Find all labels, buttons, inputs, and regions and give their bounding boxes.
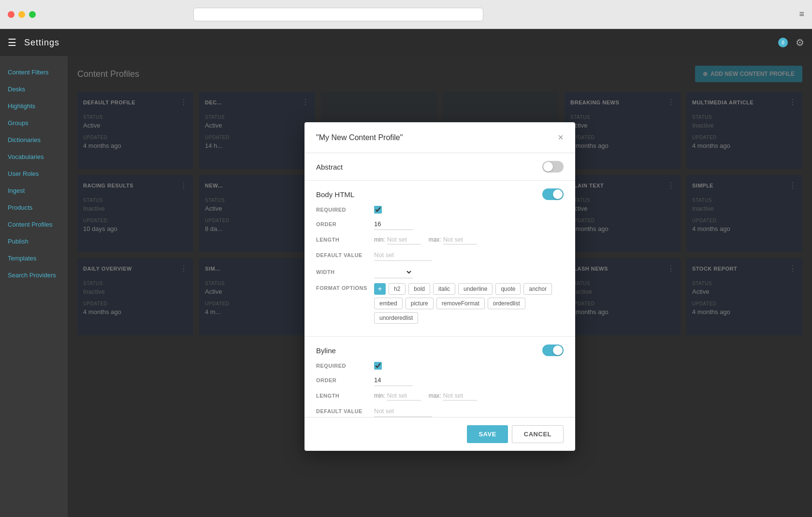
sidebar: Content Filters Desks Highlights Groups … bbox=[0, 56, 68, 517]
byline-length-field-row: LENGTH min: max: bbox=[316, 391, 564, 401]
format-bold[interactable]: bold bbox=[408, 283, 430, 295]
byline-max-label: max: bbox=[429, 392, 441, 399]
toggle-knob bbox=[553, 189, 563, 199]
byline-default-value-label: DEFAULT VALUE bbox=[316, 408, 374, 414]
modal-title: "My New Content Profile" bbox=[316, 133, 403, 142]
notification-badge[interactable]: 8 bbox=[778, 38, 788, 47]
required-field-row: REQUIRED bbox=[316, 206, 564, 214]
format-options-label: FORMAT OPTIONS bbox=[316, 283, 374, 291]
min-length-part: min: bbox=[374, 235, 421, 244]
sidebar-item-vocabularies[interactable]: Vocabularies bbox=[0, 148, 68, 165]
byline-default-value-input[interactable] bbox=[374, 405, 432, 417]
close-button[interactable] bbox=[8, 11, 14, 18]
format-add-button[interactable]: + bbox=[374, 283, 386, 295]
byline-required-label: REQUIRED bbox=[316, 363, 374, 369]
content-area: Content Profiles ⊕ ADD NEW CONTENT PROFI… bbox=[68, 56, 812, 517]
body-html-toggle[interactable] bbox=[542, 188, 564, 200]
abstract-section-title: Abstract bbox=[316, 163, 343, 171]
byline-min-length-input[interactable] bbox=[387, 391, 421, 401]
main-area: Content Filters Desks Highlights Groups … bbox=[0, 56, 812, 517]
format-quote[interactable]: quote bbox=[495, 283, 521, 295]
format-remove-format[interactable]: removeFormat bbox=[436, 298, 485, 309]
byline-length-group: min: max: bbox=[374, 391, 477, 401]
width-select[interactable]: Quarter Half Full bbox=[374, 266, 413, 278]
length-field-row: LENGTH min: max: bbox=[316, 235, 564, 244]
order-label: ORDER bbox=[316, 221, 374, 227]
default-value-input[interactable] bbox=[374, 249, 432, 261]
required-checkbox[interactable] bbox=[374, 206, 382, 214]
app-container: ☰ Settings 8 ⚙ Content Filters Desks Hig… bbox=[0, 29, 812, 517]
byline-section: Byline REQUIRED bbox=[304, 337, 575, 417]
width-field-row: WIDTH Quarter Half Full bbox=[316, 266, 564, 278]
byline-section-header: Byline bbox=[316, 345, 564, 356]
sidebar-item-products[interactable]: Products bbox=[0, 199, 68, 216]
required-label: REQUIRED bbox=[316, 207, 374, 213]
default-value-label: DEFAULT VALUE bbox=[316, 252, 374, 258]
sidebar-item-search-providers[interactable]: Search Providers bbox=[0, 267, 68, 284]
format-h2[interactable]: h2 bbox=[389, 283, 406, 295]
byline-order-field-row: ORDER bbox=[316, 374, 564, 386]
max-length-part: max: bbox=[429, 235, 477, 244]
byline-section-title: Byline bbox=[316, 346, 336, 355]
length-label: LENGTH bbox=[316, 237, 374, 243]
sidebar-item-content-profiles[interactable]: Content Profiles bbox=[0, 216, 68, 233]
body-html-section-header: Body HTML bbox=[316, 188, 564, 200]
order-field-row: ORDER bbox=[316, 218, 564, 230]
byline-order-label: ORDER bbox=[316, 377, 374, 383]
modal-close-button[interactable]: × bbox=[558, 132, 564, 143]
format-italic[interactable]: italic bbox=[433, 283, 455, 295]
max-label: max: bbox=[429, 236, 441, 243]
min-length-input[interactable] bbox=[387, 235, 421, 244]
byline-required-checkbox[interactable] bbox=[374, 362, 382, 370]
byline-toggle[interactable] bbox=[542, 345, 564, 356]
modal-body: Abstract Body HTML bbox=[304, 153, 575, 417]
body-html-section-title: Body HTML bbox=[316, 190, 354, 199]
minimize-button[interactable] bbox=[18, 11, 25, 18]
byline-length-label: LENGTH bbox=[316, 393, 374, 399]
sidebar-item-dictionaries[interactable]: Dictionaries bbox=[0, 131, 68, 148]
cancel-button[interactable]: CANCEL bbox=[512, 425, 564, 443]
format-picture[interactable]: picture bbox=[406, 298, 434, 309]
format-underline[interactable]: underline bbox=[458, 283, 493, 295]
format-unordered-list[interactable]: unorderedlist bbox=[374, 312, 418, 324]
sidebar-item-user-roles[interactable]: User Roles bbox=[0, 165, 68, 182]
abstract-toggle[interactable] bbox=[542, 161, 564, 172]
hamburger-menu[interactable]: ☰ bbox=[8, 37, 16, 48]
byline-max-length-part: max: bbox=[429, 391, 477, 401]
fullscreen-button[interactable] bbox=[29, 11, 36, 18]
byline-min-length-part: min: bbox=[374, 391, 421, 401]
format-embed[interactable]: embed bbox=[374, 298, 403, 309]
max-length-input[interactable] bbox=[443, 235, 477, 244]
abstract-section-header: Abstract bbox=[316, 161, 564, 172]
min-label: min: bbox=[374, 236, 385, 243]
sidebar-item-templates[interactable]: Templates bbox=[0, 250, 68, 267]
byline-min-label: min: bbox=[374, 392, 385, 399]
order-input[interactable] bbox=[374, 218, 413, 230]
save-button[interactable]: SAVE bbox=[467, 425, 508, 443]
abstract-section: Abstract bbox=[304, 153, 575, 181]
byline-default-value-field-row: DEFAULT VALUE bbox=[316, 405, 564, 417]
byline-max-length-input[interactable] bbox=[443, 391, 477, 401]
app-title: Settings bbox=[24, 38, 59, 48]
sidebar-item-ingest[interactable]: Ingest bbox=[0, 182, 68, 199]
sidebar-item-publish[interactable]: Publish bbox=[0, 233, 68, 250]
byline-order-input[interactable] bbox=[374, 374, 413, 386]
format-ordered-list[interactable]: orderedlist bbox=[488, 298, 525, 309]
modal-header: "My New Content Profile" × bbox=[304, 122, 575, 153]
topnav-right: 8 ⚙ bbox=[778, 37, 804, 48]
body-html-section: Body HTML REQUIRED bbox=[304, 181, 575, 337]
sidebar-item-content-filters[interactable]: Content Filters bbox=[0, 64, 68, 81]
sidebar-item-highlights[interactable]: Highlights bbox=[0, 98, 68, 115]
toggle-knob bbox=[553, 345, 563, 355]
modal-dialog: "My New Content Profile" × Abstract bbox=[304, 122, 575, 451]
format-anchor[interactable]: anchor bbox=[523, 283, 552, 295]
settings-icon[interactable]: ⚙ bbox=[796, 37, 804, 48]
toggle-knob bbox=[543, 162, 553, 172]
sidebar-item-desks[interactable]: Desks bbox=[0, 81, 68, 98]
sidebar-item-groups[interactable]: Groups bbox=[0, 115, 68, 131]
mac-window-chrome: ≡ bbox=[0, 0, 812, 29]
top-navigation: ☰ Settings 8 ⚙ bbox=[0, 29, 812, 56]
address-bar[interactable] bbox=[193, 8, 483, 21]
mac-menu-icon[interactable]: ≡ bbox=[799, 9, 804, 19]
format-options-group: + h2 bold italic underline quote anchor … bbox=[374, 283, 564, 324]
